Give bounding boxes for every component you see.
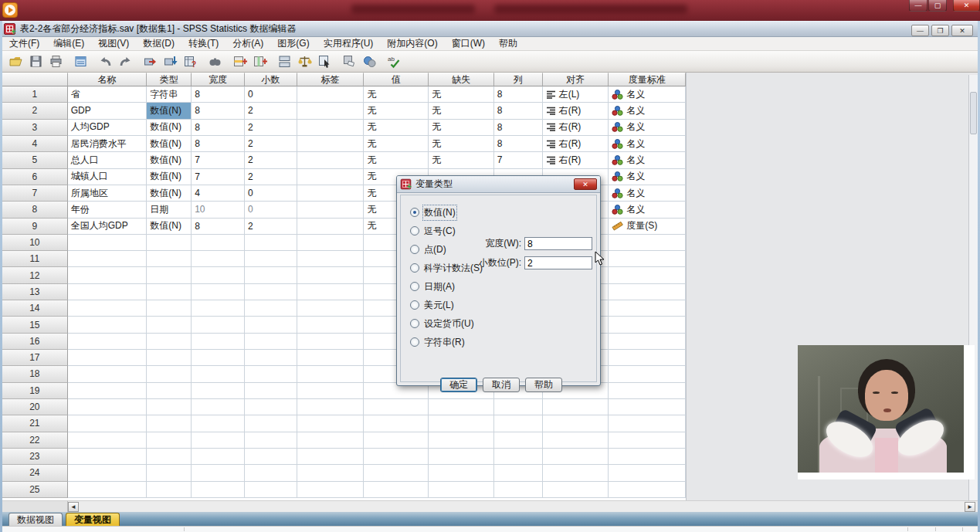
cell-type[interactable]	[147, 432, 192, 449]
cell-decimals[interactable]	[245, 350, 297, 366]
cell-label[interactable]	[297, 136, 365, 152]
cell-values[interactable]: 无	[364, 136, 429, 152]
row-number-cell[interactable]: 6	[2, 169, 68, 185]
cell-decimals[interactable]	[245, 432, 297, 449]
cell-values[interactable]: 无	[364, 86, 429, 103]
row-number-cell[interactable]: 23	[2, 449, 68, 465]
row-number-cell[interactable]: 3	[2, 120, 68, 136]
cell-width[interactable]	[192, 465, 245, 481]
cell-width[interactable]	[192, 399, 245, 415]
cell-decimals[interactable]: 2	[245, 152, 297, 168]
row-number-cell[interactable]: 16	[2, 334, 68, 350]
decimals-input[interactable]	[524, 256, 592, 269]
cell-values[interactable]: 无	[364, 152, 429, 168]
cell-label[interactable]	[297, 415, 365, 432]
row-number-cell[interactable]: 13	[2, 284, 68, 300]
cell-measure[interactable]	[609, 284, 686, 300]
insert-variable-icon[interactable]	[250, 53, 269, 71]
cell-measure[interactable]	[609, 432, 686, 449]
cell-measure[interactable]	[609, 350, 686, 366]
cell-decimals[interactable]: 2	[245, 103, 297, 119]
cell-columns[interactable]	[494, 432, 543, 449]
cell-type[interactable]: 数值(N)	[147, 219, 192, 235]
cell-label[interactable]	[297, 465, 365, 481]
cell-type[interactable]	[147, 383, 192, 399]
row-number-cell[interactable]: 5	[2, 152, 68, 168]
cell-width[interactable]	[192, 449, 245, 465]
cell-label[interactable]	[297, 86, 365, 103]
cell-label[interactable]	[297, 169, 365, 185]
cell-type[interactable]: 日期	[147, 202, 192, 218]
cell-decimals[interactable]	[245, 366, 297, 382]
cell-align[interactable]	[543, 465, 609, 481]
cell-width[interactable]: 8	[192, 136, 245, 152]
cell-align[interactable]	[543, 449, 609, 465]
play-button-icon[interactable]	[2, 2, 18, 18]
cell-measure[interactable]: 名义	[609, 86, 686, 103]
row-number-cell[interactable]: 1	[2, 86, 68, 103]
cell-name[interactable]	[68, 465, 148, 481]
width-input[interactable]	[524, 237, 592, 250]
cell-columns[interactable]	[494, 482, 543, 498]
cell-name[interactable]: 城镇人口	[68, 169, 148, 185]
radio-button-icon[interactable]	[410, 208, 419, 217]
cell-width[interactable]: 8	[192, 86, 245, 103]
cell-align[interactable]: 右(R)	[543, 152, 609, 168]
menu-item-5[interactable]: 分析(A)	[226, 36, 270, 51]
cell-measure[interactable]	[609, 267, 686, 283]
cell-width[interactable]	[192, 415, 245, 432]
cell-columns[interactable]: 8	[494, 136, 543, 152]
cell-width[interactable]	[192, 251, 245, 267]
find-icon[interactable]	[205, 53, 224, 71]
cell-columns[interactable]: 8	[494, 103, 543, 119]
outer-close-button[interactable]: ✕	[953, 0, 980, 12]
cell-label[interactable]	[297, 267, 365, 283]
row-number-cell[interactable]: 7	[2, 185, 68, 202]
cell-label[interactable]	[297, 383, 365, 399]
recall-dialogs-icon[interactable]	[71, 53, 90, 71]
print-icon[interactable]	[46, 53, 65, 71]
cell-name[interactable]: 年份	[68, 202, 148, 218]
open-file-icon[interactable]	[6, 53, 25, 71]
cell-type[interactable]	[147, 284, 192, 300]
row-number-cell[interactable]: 19	[2, 383, 68, 399]
cell-decimals[interactable]	[245, 284, 297, 300]
cell-width[interactable]	[192, 432, 245, 449]
goto-variable-icon[interactable]	[161, 53, 179, 71]
cell-values[interactable]	[364, 432, 429, 449]
cell-name[interactable]	[68, 399, 148, 415]
cell-decimals[interactable]	[245, 317, 297, 333]
cell-type[interactable]: 数值(N)	[147, 103, 192, 119]
cell-columns[interactable]	[494, 449, 543, 465]
cell-type[interactable]: 数值(N)	[147, 169, 192, 185]
cell-width[interactable]: 7	[192, 152, 245, 168]
cell-label[interactable]	[297, 219, 365, 235]
cell-label[interactable]	[297, 284, 365, 300]
cell-type[interactable]: 数值(N)	[147, 120, 192, 136]
menu-item-3[interactable]: 数据(D)	[136, 36, 181, 51]
cell-name[interactable]	[68, 366, 148, 382]
cell-width[interactable]	[192, 267, 245, 283]
cell-missing[interactable]: 无	[429, 120, 494, 136]
cell-decimals[interactable]	[245, 383, 297, 399]
cell-align[interactable]	[543, 482, 609, 498]
cell-measure[interactable]	[609, 251, 686, 267]
cell-name[interactable]: 全国人均GDP	[68, 219, 148, 235]
cell-label[interactable]	[297, 334, 365, 350]
cell-measure[interactable]	[609, 366, 686, 382]
cell-label[interactable]	[297, 251, 365, 267]
cell-type[interactable]: 数值(N)	[147, 185, 192, 202]
cell-measure[interactable]: 名义	[609, 120, 686, 136]
spss-minimize-button[interactable]: —	[911, 25, 929, 36]
cell-measure[interactable]	[609, 334, 686, 350]
spss-close-button[interactable]: ✕	[951, 25, 973, 36]
radio-option-0[interactable]: 数值(N)	[401, 203, 596, 222]
cell-name[interactable]: 人均GDP	[68, 120, 148, 136]
cell-align[interactable]	[543, 432, 609, 449]
cell-name[interactable]	[68, 350, 148, 366]
cell-decimals[interactable]	[245, 300, 297, 317]
redo-icon[interactable]	[116, 53, 134, 71]
cell-width[interactable]	[192, 317, 245, 333]
cell-width[interactable]	[192, 284, 245, 300]
cell-label[interactable]	[297, 120, 365, 136]
